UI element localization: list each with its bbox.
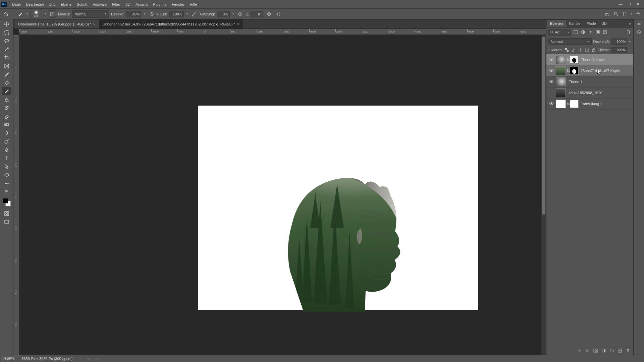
- layer-mask-thumbnail[interactable]: [570, 67, 579, 75]
- layer-opacity-input[interactable]: 100%: [611, 39, 627, 45]
- filter-pixel-icon[interactable]: [573, 29, 579, 35]
- close-button[interactable]: ✕: [635, 2, 641, 6]
- frame-tool[interactable]: [2, 62, 11, 70]
- maximize-button[interactable]: ☐: [627, 2, 632, 6]
- minimize-button[interactable]: —: [618, 2, 623, 6]
- panel-tab-pfade[interactable]: Pfade: [583, 19, 599, 27]
- filter-type-icon[interactable]: [587, 29, 593, 35]
- layer-row[interactable]: adult-1852908_1920: [546, 87, 633, 99]
- layer-row[interactable]: Ebene 1: [546, 76, 633, 87]
- layer-row[interactable]: ⛓Ebene 1 Kopie: [546, 54, 633, 65]
- doc-info-arrow-icon[interactable]: 〉: [79, 356, 83, 361]
- menu-auswahl[interactable]: Auswahl: [90, 2, 109, 6]
- chevron-down-icon[interactable]: ▾: [232, 12, 234, 15]
- layer-thumbnail[interactable]: [556, 88, 566, 97]
- layer-row[interactable]: ⛓26ab471dd8...df7 Kopie: [546, 65, 633, 76]
- delete-layer-icon[interactable]: [625, 348, 631, 353]
- panel-tab-kanäle[interactable]: Kanäle: [566, 19, 583, 27]
- clone-stamp-tool[interactable]: [2, 96, 11, 103]
- lock-transparency-icon[interactable]: [564, 47, 569, 53]
- lock-artboard-icon[interactable]: [584, 47, 589, 53]
- canvas[interactable]: [19, 35, 546, 355]
- type-tool[interactable]: [2, 154, 11, 162]
- blur-tool[interactable]: [2, 129, 11, 137]
- layer-mask-thumbnail[interactable]: [570, 56, 579, 64]
- pen-tool[interactable]: [2, 146, 11, 154]
- chevron-down-icon[interactable]: ▾: [629, 40, 631, 43]
- layer-filter-select[interactable]: Art ▾: [548, 29, 571, 36]
- chevron-down-icon[interactable]: ▾: [44, 12, 47, 15]
- lock-pixels-icon[interactable]: [571, 47, 576, 53]
- marquee-tool[interactable]: [2, 28, 11, 36]
- share-icon[interactable]: [634, 10, 642, 18]
- pressure-size-toggle[interactable]: [265, 10, 273, 18]
- layer-name[interactable]: Ebene 1: [567, 80, 632, 84]
- lock-position-icon[interactable]: [578, 47, 583, 53]
- panel-tab-ebenen[interactable]: Ebenen: [547, 19, 566, 27]
- foreground-color[interactable]: [3, 198, 8, 203]
- panel-tab-3d[interactable]: 3D: [599, 19, 610, 27]
- menu-datei[interactable]: Datei: [9, 2, 23, 6]
- menu-schrift[interactable]: Schrift: [74, 2, 90, 6]
- brush-tool[interactable]: [2, 87, 11, 95]
- nav-left-icon[interactable]: <: [88, 357, 90, 361]
- pressure-opacity-toggle[interactable]: [148, 10, 155, 18]
- crop-tool[interactable]: [2, 54, 11, 61]
- close-icon[interactable]: ×: [237, 22, 239, 26]
- chevron-down-icon[interactable]: ▾: [143, 12, 146, 15]
- opacity-input[interactable]: 35%: [126, 11, 141, 17]
- gradient-tool[interactable]: [2, 121, 11, 128]
- symmetry-toggle[interactable]: [275, 10, 282, 18]
- brush-preview[interactable]: 698: [31, 9, 42, 19]
- close-icon[interactable]: ×: [93, 22, 95, 26]
- magic-wand-tool[interactable]: [2, 45, 11, 53]
- chevron-down-icon[interactable]: ▾: [186, 12, 189, 15]
- visibility-toggle[interactable]: [548, 102, 555, 106]
- layer-name[interactable]: Ebene 1 Kopie: [579, 58, 632, 62]
- filter-adjustment-icon[interactable]: [580, 29, 586, 35]
- document-tab[interactable]: Unbenannt-1 bei 18,7% (Gruppe 1, RGB/8) …: [15, 19, 99, 28]
- layer-row[interactable]: ⛓Farbfüllung 1: [546, 99, 633, 110]
- document-tab[interactable]: Unbenannt-2 bei 14,9% (26ab471dd8dc52b95…: [99, 19, 243, 28]
- collapse-arrow-icon[interactable]: ◀▶: [637, 22, 641, 25]
- chevron-down-icon[interactable]: ▾: [630, 12, 633, 15]
- layer-thumbnail[interactable]: [556, 77, 566, 86]
- flow-input[interactable]: 100%: [169, 11, 184, 17]
- group-layers-icon[interactable]: [609, 348, 614, 353]
- zoom-value[interactable]: 14,85%: [2, 357, 14, 361]
- new-layer-icon[interactable]: [617, 348, 623, 353]
- panel-menu-icon[interactable]: ≡: [627, 21, 633, 25]
- fill-input[interactable]: 100%: [611, 47, 627, 53]
- document-info[interactable]: 5659 Px × 3966 Px (300 ppcm): [21, 357, 72, 361]
- menu-filter[interactable]: Filter: [109, 2, 123, 6]
- filter-shape-icon[interactable]: [595, 29, 601, 35]
- home-button[interactable]: [2, 10, 9, 18]
- path-selection-tool[interactable]: [2, 163, 11, 170]
- brush-panel-toggle[interactable]: [49, 10, 56, 18]
- layer-mask-icon[interactable]: [593, 348, 598, 353]
- layer-name[interactable]: Farbfüllung 1: [579, 102, 632, 106]
- screen-mode-toggle[interactable]: [2, 218, 11, 226]
- layer-thumbnail[interactable]: [556, 66, 566, 75]
- menu-hilfe[interactable]: Hilfe: [187, 2, 200, 6]
- search-icon[interactable]: [612, 10, 620, 18]
- chevron-down-icon[interactable]: ▾: [26, 12, 29, 15]
- lasso-tool[interactable]: [2, 37, 11, 45]
- history-brush-tool[interactable]: [2, 104, 11, 112]
- layer-blend-select[interactable]: Normal▾: [548, 38, 592, 45]
- adjustment-layer-icon[interactable]: [601, 348, 606, 353]
- visibility-toggle[interactable]: [548, 58, 555, 62]
- healing-brush-tool[interactable]: [2, 79, 11, 86]
- nav-right-icon[interactable]: >: [97, 357, 99, 361]
- menu-ansicht[interactable]: Ansicht: [133, 2, 150, 6]
- blend-mode-select[interactable]: Normal▾: [72, 10, 109, 18]
- horizontal-ruler[interactable]: -3500-3000-2500-2000-1500-1000-500050010…: [19, 29, 546, 35]
- visibility-toggle[interactable]: [548, 80, 555, 84]
- visibility-toggle[interactable]: [548, 69, 555, 73]
- properties-icon[interactable]: [636, 29, 642, 36]
- eraser-tool[interactable]: [2, 112, 11, 120]
- filter-smart-icon[interactable]: [602, 29, 608, 35]
- workspace-icon[interactable]: [621, 10, 629, 18]
- menu-ebene[interactable]: Ebene: [58, 2, 74, 6]
- angle-input[interactable]: 0°: [251, 11, 263, 17]
